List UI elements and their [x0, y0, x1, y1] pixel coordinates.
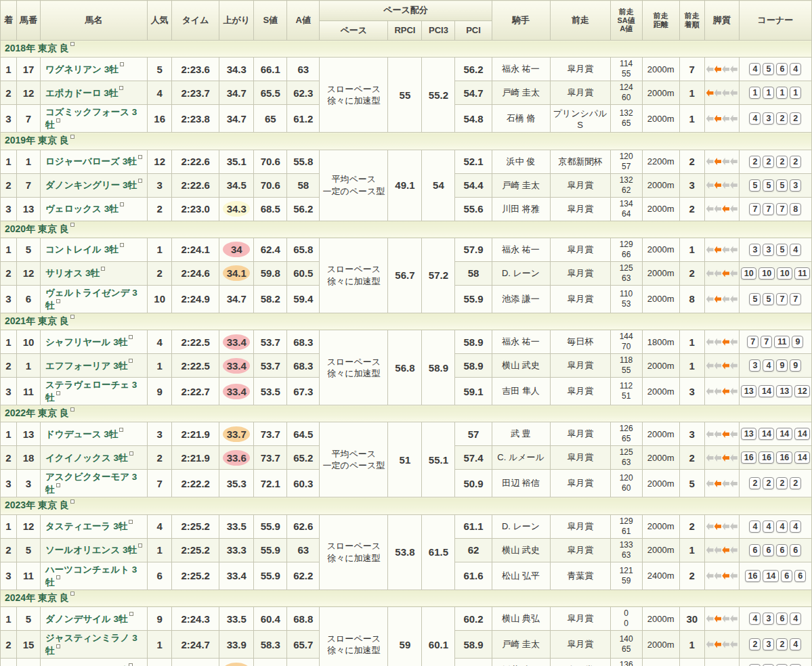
s-value-cell: 70.6 [254, 173, 287, 197]
agari-highlight: 33.4 [223, 568, 250, 583]
external-link-icon [120, 62, 124, 66]
rpci-cell: 56.7 [388, 238, 422, 313]
horse-number-cell: 5 [17, 607, 41, 631]
horse-name-link[interactable]: コントレイル 3牡 [45, 244, 119, 254]
prev-dist-cell: 2000m [642, 197, 679, 221]
popularity-cell: 2 [148, 261, 172, 285]
agari-highlight: 33.3 [223, 542, 250, 558]
pci-cell: 60.2 [455, 607, 492, 631]
horse-name-link[interactable]: ダノンデサイル 3牡 [45, 614, 127, 624]
col-header-finish: 着 [1, 1, 17, 41]
prev-dist-line1: 前走 [654, 12, 668, 20]
col-header-s-value: S値 [254, 1, 287, 41]
horse-name-link[interactable]: ソールオリエンス 3牡 [45, 545, 137, 555]
year-section: 2022年 東京 良113ドウデュース 3牡32:21.933.773.764.… [1, 405, 812, 497]
style-arrow-icon [714, 388, 722, 395]
corner-position-box: 8 [790, 203, 801, 215]
s-value-cell: 55.9 [254, 514, 287, 538]
style-arrow-icon [722, 66, 729, 73]
horse-name-link[interactable]: エフフォーリア 3牡 [45, 361, 127, 371]
jockey-cell: 横山 武史 [492, 538, 550, 562]
horse-name-link[interactable]: サリオス 3牡 [45, 268, 100, 278]
corner-position-box: 13 [741, 428, 756, 440]
corner-position-box: 2 [790, 112, 801, 125]
finish-cell: 3 [1, 197, 17, 221]
year-label[interactable]: 2021年 東京 良 [5, 315, 69, 326]
pace-line2: 徐々に加速型 [321, 644, 386, 657]
year-label[interactable]: 2022年 東京 良 [5, 407, 69, 418]
agari-cell: 33.6 [219, 446, 254, 470]
finish-cell: 2 [1, 173, 17, 197]
time-cell: 2:24.3 [172, 607, 219, 631]
year-label[interactable]: 2023年 東京 良 [5, 500, 69, 511]
col-header-pci: PCI [455, 21, 492, 41]
prev-sa-cell: 13663 [610, 659, 642, 666]
horse-name-link[interactable]: ドウデュース 3牡 [45, 429, 118, 439]
prev-sa-cell: 11251 [610, 378, 642, 405]
a-value-cell: 62.3 [287, 81, 320, 105]
style-arrow-icon [730, 205, 738, 213]
horse-name-link[interactable]: ワグネリアン 3牡 [45, 64, 119, 74]
year-label[interactable]: 2024年 東京 良 [5, 592, 69, 603]
style-arrow-icon [722, 181, 729, 189]
time-cell: 2:23.7 [172, 81, 219, 105]
style-arrow-active-icon [714, 115, 722, 123]
style-cell [704, 562, 739, 590]
corner-cell: 5577 [739, 285, 811, 313]
year-header-row: 2018年 東京 良 [1, 41, 812, 58]
style-arrow-icon [714, 454, 722, 462]
corner-positions: 7778 [741, 203, 810, 215]
agari-cell: 33.4 [219, 562, 254, 590]
agari-highlight: 35.3 [223, 476, 250, 491]
pci-cell: 58.9 [455, 354, 492, 378]
corner-position-box: 9 [776, 359, 788, 372]
corner-position-box: 6 [763, 544, 774, 556]
prev-dist-cell: 2200m [642, 150, 679, 173]
finish-cell: 3 [1, 562, 17, 590]
prev-sa-value: 144 [612, 332, 641, 342]
table-row: 110シャフリヤール 3牡42:22.533.453.768.3スローペース徐々… [1, 330, 812, 354]
rpci-cell: 55 [388, 58, 422, 133]
a-value-cell: 60.5 [287, 261, 320, 285]
finish-cell: 3 [1, 659, 17, 666]
horse-number-cell: 7 [17, 105, 41, 133]
year-label[interactable]: 2018年 東京 良 [5, 43, 69, 53]
year-label[interactable]: 2019年 東京 良 [5, 135, 69, 146]
horse-number-cell: 12 [17, 261, 41, 285]
prev-sa-value: 110 [612, 289, 641, 299]
horse-name-link[interactable]: タスティエーラ 3牡 [45, 521, 127, 531]
prev-dist-cell: 2000m [642, 173, 679, 197]
prev-dist-line2: 距離 [654, 20, 668, 28]
horse-name-link[interactable]: エポカドーロ 3牡 [45, 88, 118, 98]
style-arrow-active-icon [714, 615, 722, 623]
style-arrow-icon [730, 66, 738, 73]
prev-a-value: 53 [612, 299, 641, 309]
running-style-arrows [706, 641, 738, 648]
corner-cell: 10101011 [739, 261, 811, 285]
popularity-cell: 4 [148, 330, 172, 354]
style-arrow-icon [730, 295, 738, 303]
prev-a-value: 60 [612, 483, 641, 493]
rpci-cell: 53.8 [388, 514, 422, 590]
year-label[interactable]: 2020年 東京 良 [5, 223, 69, 234]
horse-name-link[interactable]: ダノンキングリー 3牡 [45, 180, 137, 190]
corner-cell: 5553 [739, 173, 811, 197]
prev-fin-cell: 5 [679, 470, 704, 497]
prev-fin-cell: 30 [679, 607, 704, 631]
a-value-cell: 56.2 [287, 197, 320, 221]
external-link-icon [129, 612, 133, 616]
horse-name-link[interactable]: シャフリヤール 3牡 [45, 337, 127, 347]
horse-name-link[interactable]: ヴェロックス 3牡 [45, 204, 119, 214]
horse-name-cell: アスクビクターモア 3牡 [41, 470, 148, 497]
prev-dist-cell: 2000m [642, 105, 679, 133]
horse-name-cell: コズミックフォース 3牡 [41, 105, 148, 133]
prev-race-cell: 皐月賞 [550, 173, 610, 197]
style-arrow-icon [706, 641, 714, 648]
corner-position-box: 13 [741, 385, 756, 397]
s-value-cell: 65.5 [254, 81, 287, 105]
horse-name-link[interactable]: イクイノックス 3牡 [45, 453, 127, 463]
popularity-cell: 2 [148, 197, 172, 221]
horse-name-link[interactable]: ロジャーバローズ 3牡 [45, 156, 137, 166]
prev-fin-line2: 着順 [685, 20, 700, 28]
horse-number-cell: 3 [17, 470, 41, 497]
